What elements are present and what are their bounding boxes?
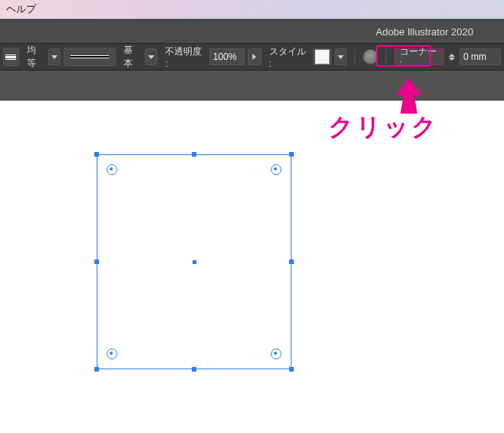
stepper-up-icon [449, 54, 455, 57]
live-corner-widget[interactable] [271, 164, 282, 175]
selection-center-icon [193, 260, 196, 264]
resize-handle[interactable] [94, 152, 99, 157]
stepper-down-icon [449, 58, 455, 61]
stroke-align-preview[interactable] [3, 48, 19, 66]
stroke-profile-label: 基本 [124, 44, 141, 70]
live-corner-widget[interactable] [107, 164, 117, 175]
annotation-text: クリック [328, 111, 439, 144]
corner-label-text: コーナー : [400, 45, 439, 69]
style-swatch[interactable] [313, 48, 331, 65]
corner-stepper[interactable] [449, 54, 455, 61]
stroke-align-dropdown[interactable] [48, 48, 61, 65]
chevron-right-icon [252, 54, 256, 60]
resize-handle[interactable] [192, 152, 196, 157]
stroke-profile-preview[interactable] [64, 48, 116, 66]
opacity-popup-button[interactable] [248, 48, 262, 65]
resize-handle[interactable] [94, 367, 99, 372]
stroke-profile-dropdown[interactable] [145, 48, 157, 65]
recolor-artwork-button[interactable] [363, 49, 378, 64]
chevron-down-icon [51, 55, 58, 59]
style-dropdown[interactable] [334, 48, 347, 65]
opacity-label: 不透明度 : [165, 45, 204, 69]
style-label: スタイル : [269, 45, 308, 69]
resize-handle[interactable] [289, 152, 294, 157]
separator [386, 48, 387, 65]
corner-label-link[interactable]: コーナー : [394, 48, 444, 65]
style-swatch-icon [315, 49, 330, 64]
resize-handle[interactable] [192, 367, 196, 372]
control-bar: 均等 基本 不透明度 : スタイル : コーナー : [0, 43, 504, 71]
resize-handle[interactable] [94, 259, 99, 264]
menu-item-help[interactable]: ヘルプ [6, 2, 36, 16]
app-title: Adobe Illustrator 2020 [376, 26, 473, 38]
opacity-input[interactable] [209, 48, 245, 65]
resize-handle[interactable] [289, 367, 294, 372]
chevron-down-icon [148, 55, 154, 59]
canvas[interactable] [0, 101, 504, 433]
corner-radius-input[interactable] [460, 48, 501, 65]
selected-rectangle[interactable] [97, 154, 292, 369]
live-corner-widget[interactable] [271, 349, 282, 359]
separator [354, 48, 355, 65]
live-corner-widget[interactable] [107, 349, 117, 359]
titlebar: Adobe Illustrator 2020 [0, 19, 504, 43]
panel-strip [0, 71, 504, 101]
resize-handle[interactable] [289, 259, 294, 264]
chevron-down-icon [338, 55, 344, 59]
menubar: ヘルプ [0, 0, 504, 19]
recolor-icon [363, 49, 378, 64]
stroke-align-label: 均等 [27, 44, 44, 70]
